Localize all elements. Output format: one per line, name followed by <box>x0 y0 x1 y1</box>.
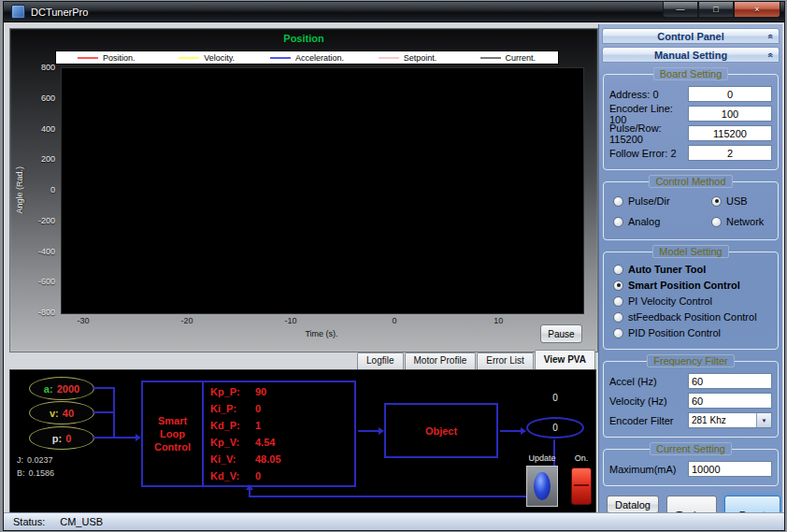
legend-label: Acceleration. <box>295 53 344 63</box>
plot-area <box>61 67 584 314</box>
tuning-button[interactable]: Tuning <box>666 496 717 512</box>
reset-button[interactable]: Reset <box>724 496 780 512</box>
pulse-row-input[interactable] <box>688 125 772 141</box>
velocity-label: v: <box>50 408 59 419</box>
dropdown-value: 281 Khz <box>689 415 756 425</box>
chevron-up-icon[interactable]: « <box>765 50 776 61</box>
pause-button[interactable]: Pause <box>540 324 582 343</box>
gain-kp-v: Kp_V:4.54 <box>210 437 351 448</box>
radio-label: Smart Position Control <box>628 280 740 291</box>
gain-kd-p: Kd_P:1 <box>210 420 351 431</box>
gain-ki-v: Ki_V:48.05 <box>210 453 351 465</box>
y-tick: -400 <box>38 247 55 256</box>
action-buttons: Datalog Save Tuning Reset <box>605 496 777 512</box>
update-button[interactable] <box>526 466 558 507</box>
radio-smart-position-control[interactable]: Smart Position Control <box>613 280 772 291</box>
radio-auto-tuner-tool[interactable]: Auto Tuner Tool <box>613 264 772 275</box>
y-tick: -600 <box>38 277 55 286</box>
y-tick: 200 <box>41 154 55 164</box>
window-title: DCTunerPro <box>31 7 88 18</box>
legend-item-acceleration: Acceleration. <box>257 53 357 63</box>
gain-kp-p: Kp_P:90 <box>210 386 351 397</box>
velocity-setpoint-display[interactable]: v: 40 <box>29 401 94 424</box>
model-setting-options: Auto Tuner Tool Smart Position Control P… <box>608 260 774 344</box>
gain-list: Kp_P:90 Ki_P:0 Kd_P:1 Kp_V:4.54 Ki_V:48.… <box>210 386 351 482</box>
radio-analog[interactable]: Analog <box>613 216 711 227</box>
update-label: Update <box>523 453 561 463</box>
tab-logfile[interactable]: Logfile <box>357 352 403 369</box>
maximize-button[interactable]: □ <box>698 2 734 18</box>
dropdown-arrow-icon[interactable]: ▼ <box>756 413 771 427</box>
x-tick: 10 <box>494 316 503 325</box>
desktop: DCTunerPro — □ × Position Position. Velo… <box>0 0 787 532</box>
gain-kd-v: Kd_V:0 <box>210 470 351 482</box>
radio-pid-position-control[interactable]: PID Position Control <box>613 327 772 338</box>
position-value: 0 <box>65 433 71 444</box>
radio-pi-velocity-control[interactable]: PI Velocity Control <box>613 295 772 307</box>
encoder-line-input[interactable] <box>688 106 772 122</box>
address-label: Address: 0 <box>609 89 659 100</box>
title-bar[interactable]: DCTunerPro — □ × <box>4 2 784 22</box>
pulse-row-row: Pulse/Row: 115200 <box>609 125 772 141</box>
legend-item-position: Position. <box>56 53 156 63</box>
encoder-filter-dropdown[interactable]: 281 Khz ▼ <box>688 412 772 428</box>
radio-pulse-dir[interactable]: Pulse/Dir <box>613 195 711 207</box>
control-method-options: Pulse/Dir USB Analog Network <box>608 190 774 235</box>
accel-hz-label: Accel (Hz) <box>609 376 657 387</box>
radio-network[interactable]: Network <box>711 216 772 227</box>
feedback-wire <box>249 490 250 497</box>
close-button[interactable]: × <box>734 2 780 18</box>
follow-error-label: Follow Error: 2 <box>609 148 677 159</box>
arrow-up-icon <box>246 484 253 490</box>
y-tick: -200 <box>38 216 55 225</box>
legend-item-velocity: Velocity. <box>156 53 256 63</box>
radio-circle-icon <box>613 280 623 291</box>
accel-hz-input[interactable] <box>688 373 772 389</box>
radio-circle-icon <box>711 217 722 227</box>
maximum-ma-input[interactable] <box>688 461 772 477</box>
frequency-filter-group: Frequency Filter Accel (Hz) Velocity (Hz… <box>603 354 779 438</box>
legend-label: Setpoint. <box>404 53 437 63</box>
tab-error-list[interactable]: Error List <box>477 352 534 369</box>
control-panel-sidebar: Control Panel « Manual Setting « Board S… <box>598 24 782 512</box>
legend-label: Position. <box>103 53 136 63</box>
manual-setting-header[interactable]: Manual Setting « <box>602 47 780 63</box>
address-input[interactable] <box>688 86 772 102</box>
minimize-button[interactable]: — <box>663 2 698 18</box>
model-setting-group: Model Setting Auto Tuner Tool Smart Posi… <box>603 245 779 350</box>
tab-view-pva[interactable]: View PVA <box>535 350 595 369</box>
setpoint-line-icon <box>379 57 399 59</box>
control-method-group: Control Method Pulse/Dir USB Analog Netw… <box>603 175 779 240</box>
wire <box>93 411 115 413</box>
datalog-button[interactable]: Datalog <box>607 496 659 512</box>
block-divider <box>202 382 204 485</box>
window-controls: — □ × <box>663 2 780 18</box>
radio-circle-icon <box>613 312 623 323</box>
current-line-icon <box>480 57 501 59</box>
accel-setpoint-display[interactable]: a: 2000 <box>29 377 94 400</box>
smart-loop-control-block: Smart Loop Control Kp_P:90 Ki_P:0 Kd_P:1… <box>141 381 356 487</box>
position-setpoint-display[interactable]: p: 0 <box>29 426 94 450</box>
tab-strip: Logfile Motor Profile Error List View PV… <box>9 351 596 369</box>
follow-error-input[interactable] <box>688 145 772 161</box>
on-off-switch[interactable] <box>571 467 592 505</box>
group-title: Control Method <box>649 175 732 188</box>
velocity-hz-input[interactable] <box>688 393 772 409</box>
controller-title: Smart Loop Control <box>143 382 202 485</box>
accel-value: 2000 <box>57 383 79 395</box>
x-axis-title: Time (s). <box>61 329 582 338</box>
group-title: Board Setting <box>653 67 729 80</box>
y-tick: 600 <box>41 93 55 103</box>
radio-circle-icon <box>613 217 623 227</box>
inertia-readout: J:0.0237 <box>17 455 53 465</box>
chevron-up-icon[interactable]: « <box>765 31 776 42</box>
radio-stfeedback-position-control[interactable]: stFeedback Position Control <box>613 311 772 323</box>
radio-label: Analog <box>628 216 660 227</box>
tab-motor-profile[interactable]: Motor Profile <box>405 352 477 369</box>
current-setting-group: Current Setting Maximum(mA) <box>603 442 779 486</box>
radio-circle-icon <box>613 328 623 338</box>
control-panel-header[interactable]: Control Panel « <box>602 28 780 44</box>
object-block: Object <box>384 403 498 458</box>
y-axis-ticks: 800 600 400 200 0 -200 -400 -600 -800 <box>31 67 57 312</box>
radio-usb[interactable]: USB <box>711 195 772 207</box>
